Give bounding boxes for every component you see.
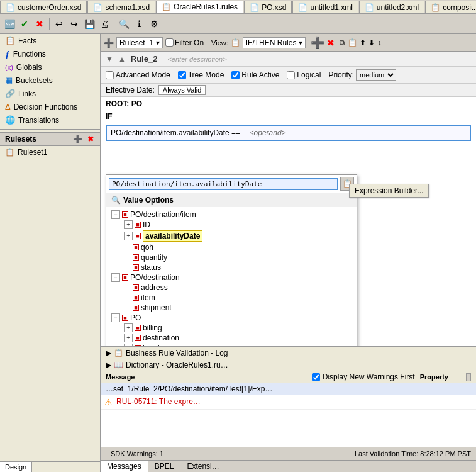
undo-button[interactable]: ↩	[52, 17, 66, 31]
if-label-text: IF	[106, 112, 113, 121]
status-bar: SDK Warnings: 1 Last Validation Time: 8:…	[101, 447, 476, 460]
nav-separator	[0, 129, 100, 130]
rule-description[interactable]: <enter description>	[167, 55, 226, 63]
tree-mode-label: Tree Mode	[188, 70, 224, 79]
messages-tab[interactable]: Messages	[101, 461, 148, 472]
tree-item-status[interactable]: ■ status	[124, 262, 351, 273]
toolbar-move-up-button[interactable]: ⬆	[360, 38, 366, 47]
tree-item-po-dest[interactable]: − ■ PO/destination	[111, 273, 351, 283]
if-expression[interactable]: PO/destination/item.availabilityDate == …	[106, 125, 471, 141]
functions-icon: ƒ	[5, 49, 10, 59]
sidebar-item-label-functions: Functions	[13, 50, 46, 59]
tree-item-po-dest-item[interactable]: − ■ PO/destination/item	[111, 210, 351, 220]
effective-date-value[interactable]: Always Valid	[158, 85, 206, 95]
sidebar-item-globals[interactable]: (x) Globals	[0, 61, 100, 74]
tab-untitled1[interactable]: 📄 untitled1.xml	[292, 1, 358, 13]
rule-area: ▼ ▲ Rule_2 <enter description> Advanced …	[101, 52, 476, 346]
tree-item-item[interactable]: ■ item	[124, 293, 351, 303]
dictionary-label: Dictionary - OracleRules1.ru…	[126, 361, 228, 369]
advanced-mode-checkbox[interactable]	[106, 71, 114, 79]
toolbar-move-down-button[interactable]: ⬇	[368, 38, 375, 47]
toolbar-copy-button[interactable]: ⧉	[340, 38, 345, 47]
dictionary-icon: 📖	[114, 361, 123, 369]
tree-item-billing[interactable]: + ■ billing	[124, 323, 351, 333]
tree-item-address[interactable]: ■ address	[124, 283, 351, 293]
expand-availability-date[interactable]: +	[124, 232, 133, 240]
sidebar-item-facts[interactable]: 📋 Facts	[0, 34, 100, 47]
sidebar-item-functions[interactable]: ƒ Functions	[0, 47, 100, 61]
tab-untitled2[interactable]: 📄 untitled2.xml	[359, 1, 424, 13]
add-green-button[interactable]: ➕	[311, 36, 324, 50]
expand-po-dest[interactable]: −	[111, 273, 120, 282]
delete-red-button[interactable]: ✖	[327, 38, 335, 48]
maximize-button[interactable]: □	[466, 373, 471, 381]
save-button[interactable]: 💾	[82, 17, 96, 31]
ruleset-dropdown[interactable]: Ruleset_1 ▾	[116, 37, 163, 48]
main-toolbar: 🆕 ✔ ✖ ↩ ↪ 💾 🖨 🔍 ℹ ⚙	[0, 14, 476, 34]
tree-item-quantity[interactable]: ■ quantity	[124, 252, 351, 262]
expand-billing[interactable]: +	[124, 323, 133, 332]
tree-item-destination[interactable]: + ■ destination	[124, 333, 351, 343]
sidebar-item-translations[interactable]: 🌐 Translations	[0, 113, 100, 126]
sidebar-item-decision-functions[interactable]: Δ Decision Functions	[0, 100, 100, 113]
tab-customerOrder[interactable]: 📄 customerOrder.xsd	[0, 1, 87, 13]
effective-date-row: Effective Date: Always Valid	[101, 84, 476, 97]
tab-composit[interactable]: 📋 composit…	[425, 1, 476, 13]
expand-id[interactable]: +	[124, 220, 133, 229]
tree-mode-checkbox[interactable]	[178, 71, 186, 79]
ruleset-item-1[interactable]: 📋 Ruleset1	[0, 146, 100, 159]
settings-button[interactable]: ⚙	[147, 17, 161, 31]
new-button[interactable]: 🆕	[3, 17, 16, 31]
dictionary-header[interactable]: ▶ 📖 Dictionary - OracleRules1.ru…	[101, 359, 476, 371]
expand-po-dest-item[interactable]: −	[111, 210, 120, 219]
sidebar-item-bucketsets[interactable]: ▦ Bucketsets	[0, 74, 100, 87]
priority-select[interactable]: medium high low	[356, 69, 396, 81]
ruleset-selector: Ruleset_1 ▾	[116, 37, 163, 48]
rule-collapse-button[interactable]: ▼	[106, 55, 113, 64]
tree-item-label-shipment: shipment	[141, 303, 172, 312]
design-tab-button[interactable]: Design	[0, 462, 32, 472]
rule-up-icon[interactable]: ▲	[118, 55, 126, 64]
toolbar-expand-button[interactable]: ↕	[377, 38, 381, 47]
bpel-tab[interactable]: BPEL	[148, 461, 181, 472]
display-new-warnings-checkbox[interactable]	[312, 373, 320, 381]
tree-node-icon-item: ■	[133, 295, 139, 301]
add-rule-icon[interactable]: ➕	[103, 38, 114, 48]
tab-po-xsd[interactable]: 📄 PO.xsd	[244, 1, 292, 13]
tree-item-availability-date[interactable]: + ■ availabilityDate	[124, 230, 351, 242]
tree-item-shipment[interactable]: ■ shipment	[124, 303, 351, 313]
view-dropdown[interactable]: IF/THEN Rules ▾	[243, 37, 306, 48]
sidebar-item-links[interactable]: 🔗 Links	[0, 87, 100, 100]
tree-item-id[interactable]: + ■ ID	[124, 220, 351, 230]
extensi-tab[interactable]: Extensi…	[180, 461, 226, 472]
tab-oracleRules1[interactable]: 📋 OracleRules1.rules	[156, 1, 243, 13]
expand-header[interactable]: +	[124, 344, 133, 346]
info-button[interactable]: ℹ	[132, 17, 146, 31]
if-operand[interactable]: <operand>	[250, 128, 286, 137]
redo-button[interactable]: ↪	[67, 17, 81, 31]
close-button[interactable]: ✖	[33, 17, 47, 31]
expression-builder-button[interactable]: Expression Builder...	[349, 184, 429, 198]
logical-checkbox[interactable]	[287, 71, 295, 79]
print-button[interactable]: 🖨	[97, 17, 111, 31]
view-dropdown-chevron: ▾	[299, 38, 302, 47]
add-ruleset-button[interactable]: ➕	[72, 135, 84, 143]
validate-button[interactable]: ✔	[18, 17, 31, 31]
expand-destination[interactable]: +	[124, 334, 133, 342]
filter-on-checkbox[interactable]	[165, 38, 174, 47]
tree-item-label-po: PO	[130, 313, 141, 322]
message-row[interactable]: ⚠ RUL-05711: The expre…	[101, 395, 476, 410]
dropdown-input[interactable]	[109, 178, 338, 190]
validation-log-header[interactable]: ▶ 📋 Business Rule Validation - Log	[101, 347, 476, 359]
tree-item-qoh[interactable]: ■ qoh	[124, 242, 351, 252]
toolbar-paste-button[interactable]: 📋	[348, 38, 357, 47]
search-button[interactable]: 🔍	[117, 17, 131, 31]
rule-active-checkbox[interactable]	[231, 71, 240, 79]
tree-item-po[interactable]: − ■ PO	[111, 313, 351, 323]
tree-area: − ■ PO/destination/item + ■ ID + ■	[106, 207, 357, 346]
tree-item-header[interactable]: + ■ header	[124, 343, 351, 346]
ruleset-icon: 📋	[5, 148, 14, 157]
tab-schema1[interactable]: 📄 schema1.xsd	[87, 1, 155, 13]
remove-ruleset-button[interactable]: ✖	[86, 135, 95, 143]
expand-po[interactable]: −	[111, 313, 120, 322]
